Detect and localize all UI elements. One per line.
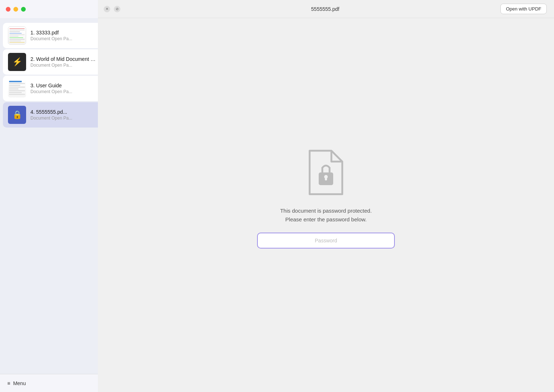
modal-body: This document is password protected. Ple…: [98, 18, 554, 392]
close-icon: ✕: [106, 7, 108, 11]
stop-icon: ⊘: [116, 7, 119, 11]
traffic-minimize[interactable]: [13, 7, 18, 12]
menu-button[interactable]: ≡ Menu: [7, 380, 26, 386]
password-input-container: [257, 233, 395, 249]
list-item-subtitle: Document Open Pa...: [30, 36, 97, 41]
list-item[interactable]: 1. 33333.pdf Document Open Pa...: [3, 23, 102, 48]
list-item[interactable]: 3. User Guide Document Open Pa...: [3, 76, 102, 101]
modal-filename: 5555555.pdf: [124, 6, 526, 12]
list-item-subtitle: Document Open Pa...: [30, 63, 97, 68]
list-item-active[interactable]: 🔒 4. 5555555.pd... Document Open Pa...: [3, 102, 102, 128]
list-item-title: 2. World of Mid Document Open: [30, 56, 97, 62]
sidebar: 1. 33333.pdf Document Open Pa... ⚡ 2. Wo…: [0, 18, 105, 374]
list-item[interactable]: ⚡ 2. World of Mid Document Open Document…: [3, 49, 102, 75]
document-lock-icon: [304, 147, 348, 198]
list-item-subtitle: Document Open Pa...: [30, 89, 97, 94]
modal-stop-button[interactable]: ⊘: [114, 6, 120, 12]
app-background: 🛒 Buy Now: [0, 0, 554, 392]
traffic-close[interactable]: [6, 7, 11, 12]
lock-icon: 🔒: [12, 110, 22, 120]
svg-rect-2: [325, 177, 327, 180]
lightning-icon: ⚡: [12, 57, 22, 67]
traffic-maximize[interactable]: [21, 7, 26, 12]
thumbnail-4: 🔒: [8, 106, 26, 124]
open-with-updf-button[interactable]: Open with UPDF: [500, 4, 547, 14]
password-modal: ✕ ⊘ 5555555.pdf Open with UPDF: [98, 0, 554, 392]
modal-titlebar: ✕ ⊘ 5555555.pdf Open with UPDF: [98, 0, 554, 18]
list-item-title: 4. 5555555.pd...: [30, 109, 97, 115]
thumbnail-3: [8, 79, 26, 97]
list-item-info: 3. User Guide Document Open Pa...: [30, 83, 97, 94]
list-item-title: 3. User Guide: [30, 83, 97, 88]
list-item-info: 1. 33333.pdf Document Open Pa...: [30, 30, 97, 41]
thumbnail-1: [8, 26, 26, 45]
thumbnail-2: ⚡: [8, 53, 26, 71]
password-input[interactable]: [257, 233, 395, 249]
list-item-title: 1. 33333.pdf: [30, 30, 97, 36]
list-item-subtitle: Document Open Pa...: [30, 116, 97, 121]
hamburger-icon: ≡: [7, 380, 10, 386]
password-message: This document is password protected. Ple…: [280, 207, 372, 224]
modal-close-button[interactable]: ✕: [104, 6, 110, 12]
list-item-info: 2. World of Mid Document Open Document O…: [30, 56, 97, 68]
list-item-info: 4. 5555555.pd... Document Open Pa...: [30, 109, 97, 121]
